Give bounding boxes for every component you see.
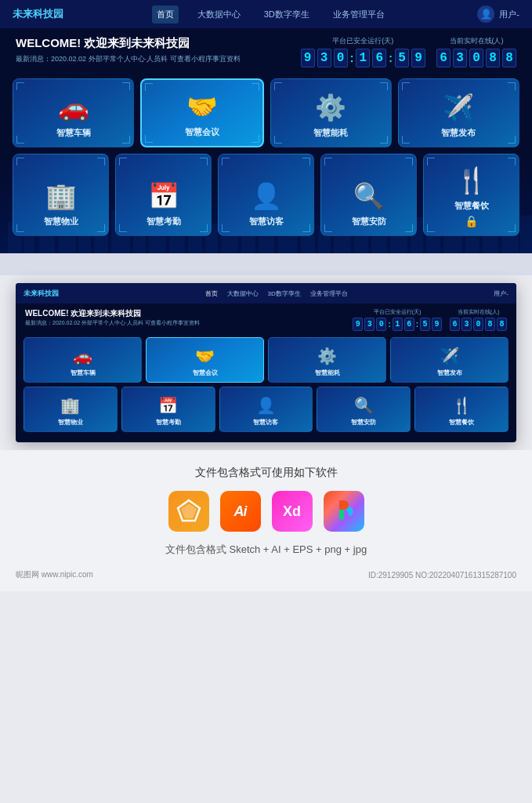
property-label: 智慧物业 bbox=[44, 216, 78, 227]
welcome-left: WELCOME! 欢迎来到未来科技园 最新消息：2020.02.02 外部平常个… bbox=[16, 36, 241, 64]
nav-business[interactable]: 业务管理平台 bbox=[328, 5, 389, 24]
software-icons: Ai Xd bbox=[16, 491, 516, 532]
card-energy[interactable]: ⚙️ 智慧能耗 bbox=[270, 78, 392, 147]
inner-attendance-icon: 📅 bbox=[158, 396, 178, 415]
dining-icon: 🍴 bbox=[456, 165, 487, 195]
digit-8b: 8 bbox=[502, 49, 516, 67]
info-title: 文件包含格式可使用如下软件 bbox=[16, 466, 516, 480]
user-label: 用户- bbox=[499, 9, 519, 20]
inner-card-energy[interactable]: ⚙️ 智慧能耗 bbox=[268, 337, 386, 383]
digit-1: 1 bbox=[356, 49, 370, 67]
inner-security-icon: 🔍 bbox=[354, 396, 374, 415]
digit-8: 8 bbox=[486, 49, 500, 67]
inner-links: 首页 大数据中心 3D数字孪生 业务管理平台 bbox=[205, 289, 348, 298]
lock-icon: 🔒 bbox=[465, 215, 478, 227]
inner-stat-online-digits: 6 3 0 8 8 bbox=[450, 318, 507, 331]
inner-meeting-label: 智慧会议 bbox=[193, 369, 218, 377]
inner-attendance-label: 智慧考勤 bbox=[156, 418, 181, 427]
inner-card-publish[interactable]: ✈️ 智慧发布 bbox=[390, 337, 508, 383]
inner-publish-label: 智慧发布 bbox=[437, 369, 462, 377]
info-section: 文件包含格式可使用如下软件 Ai Xd 文件包含格式 Sketch + AI +… bbox=[0, 450, 532, 591]
inner-card-attendance[interactable]: 📅 智慧考勤 bbox=[121, 387, 215, 432]
stat-days-label: 平台已安全运行(天) bbox=[301, 36, 425, 46]
inner-visitor-icon: 👤 bbox=[256, 396, 276, 415]
attendance-icon: 📅 bbox=[148, 181, 179, 211]
digit-0b: 0 bbox=[469, 49, 483, 67]
inner-sep1: : bbox=[388, 320, 390, 329]
inner-d-0b: 0 bbox=[473, 318, 483, 331]
stat-block-days: 平台已安全运行(天) 9 3 0 : 1 6 : 5 9 bbox=[301, 36, 425, 67]
navbar: 未来科技园 首页 大数据中心 3D数字孪生 业务管理平台 👤 用户- bbox=[0, 0, 532, 28]
card-attendance[interactable]: 📅 智慧考勤 bbox=[115, 154, 212, 236]
inner-visitor-label: 智慧访客 bbox=[253, 418, 278, 427]
inner-nav-3d[interactable]: 3D数字孪生 bbox=[268, 289, 301, 298]
xd-icon: Xd bbox=[272, 491, 313, 532]
grid-row-1: 🚗 智慧车辆 🤝 智慧会议 ⚙️ 智慧能耗 ✈️ 智慧发布 bbox=[13, 78, 519, 147]
dashboard-small-wrapper: 未来科技园 首页 大数据中心 3D数字孪生 业务管理平台 用户- WELCOME… bbox=[0, 275, 532, 450]
vehicle-label: 智慧车辆 bbox=[56, 127, 91, 139]
inner-grid-row-1: 🚗 智慧车辆 🤝 智慧会议 ⚙️ 智慧能耗 ✈️ 智慧发布 bbox=[24, 337, 508, 383]
digit-9: 9 bbox=[301, 49, 315, 67]
inner-stat-days: 平台已安全运行(天) 9 3 0 : 1 6 : 5 9 bbox=[353, 308, 442, 331]
stat-online-label: 当前实时在线(人) bbox=[436, 36, 516, 46]
inner-navbar: 未来科技园 首页 大数据中心 3D数字孪生 业务管理平台 用户- bbox=[16, 283, 516, 303]
card-security[interactable]: 🔍 智慧安防 bbox=[320, 154, 417, 236]
meeting-icon: 🤝 bbox=[186, 92, 218, 122]
inner-card-visitor[interactable]: 👤 智慧访客 bbox=[219, 387, 313, 432]
card-publish[interactable]: ✈️ 智慧发布 bbox=[398, 78, 519, 147]
inner-card-property[interactable]: 🏢 智慧物业 bbox=[24, 387, 118, 432]
figma-icon bbox=[324, 491, 364, 532]
card-meeting[interactable]: 🤝 智慧会议 bbox=[140, 78, 263, 147]
card-visitor[interactable]: 👤 智慧访客 bbox=[218, 154, 314, 236]
energy-label: 智慧能耗 bbox=[313, 127, 348, 139]
nav-home[interactable]: 首页 bbox=[152, 5, 179, 24]
welcome-title: WELCOME! 欢迎来到未来科技园 bbox=[16, 36, 241, 51]
ai-icon: Ai bbox=[220, 491, 261, 532]
stat-days-digits: 9 3 0 : 1 6 : 5 9 bbox=[301, 49, 425, 67]
inner-welcome-sub: 最新消息：2020.02.02 外部平常个人中心·人员科 可查看小程序事宜资料 bbox=[25, 319, 200, 327]
inner-card-meeting[interactable]: 🤝 智慧会议 bbox=[146, 337, 264, 383]
inner-d-5: 5 bbox=[420, 318, 430, 331]
nav-user[interactable]: 👤 用户- bbox=[477, 5, 519, 23]
digit-0: 0 bbox=[334, 49, 348, 67]
digit-3: 3 bbox=[317, 49, 331, 67]
separator bbox=[0, 253, 532, 275]
inner-d-6: 6 bbox=[450, 318, 460, 331]
inner-dining-icon: 🍴 bbox=[452, 396, 472, 415]
inner-d-9: 9 bbox=[353, 318, 363, 331]
inner-card-security[interactable]: 🔍 智慧安防 bbox=[317, 387, 411, 432]
inner-vehicle-icon: 🚗 bbox=[73, 347, 92, 365]
inner-property-label: 智慧物业 bbox=[58, 418, 83, 427]
info-formats: 文件包含格式 Sketch + AI + EPS + png + jpg bbox=[16, 543, 516, 557]
nav-bigdata[interactable]: 大数据中心 bbox=[193, 5, 245, 24]
inner-energy-icon: ⚙️ bbox=[317, 347, 337, 365]
inner-dining-label: 智慧餐饮 bbox=[449, 418, 474, 427]
inner-nav-home[interactable]: 首页 bbox=[205, 289, 218, 298]
inner-logo: 未来科技园 bbox=[24, 289, 59, 299]
attendance-label: 智慧考勤 bbox=[147, 216, 181, 227]
inner-sep2: : bbox=[416, 320, 418, 329]
inner-user: 用户- bbox=[494, 289, 508, 298]
card-vehicle[interactable]: 🚗 智慧车辆 bbox=[13, 78, 134, 147]
inner-welcome-title: WELCOME! 欢迎来到未来科技园 bbox=[25, 308, 200, 319]
nav-3d[interactable]: 3D数字孪生 bbox=[259, 5, 314, 24]
inner-stat-days-digits: 9 3 0 : 1 6 : 5 9 bbox=[353, 318, 442, 331]
sketch-icon bbox=[168, 491, 209, 532]
inner-nav-business[interactable]: 业务管理平台 bbox=[310, 289, 348, 298]
inner-stat-days-label: 平台已安全运行(天) bbox=[353, 308, 442, 316]
inner-d-8: 8 bbox=[485, 318, 495, 331]
inner-d-3: 3 bbox=[364, 318, 375, 331]
digit-sep1: : bbox=[350, 52, 354, 64]
dining-label: 智慧餐饮 bbox=[454, 200, 489, 212]
card-dining[interactable]: 🍴 智慧餐饮 🔒 bbox=[423, 154, 519, 236]
inner-card-dining[interactable]: 🍴 智慧餐饮 bbox=[414, 387, 508, 432]
inner-card-vehicle[interactable]: 🚗 智慧车辆 bbox=[24, 337, 142, 383]
user-avatar-icon: 👤 bbox=[477, 5, 494, 23]
digit-9b: 9 bbox=[411, 49, 425, 67]
inner-nav-bigdata[interactable]: 大数据中心 bbox=[227, 289, 259, 298]
card-property[interactable]: 🏢 智慧物业 bbox=[13, 154, 109, 236]
watermark-row: 昵图网 www.nipic.com ID:29129905 NO:2022040… bbox=[16, 565, 516, 580]
energy-icon: ⚙️ bbox=[315, 93, 346, 122]
digit-sep2: : bbox=[389, 52, 393, 64]
visitor-icon: 👤 bbox=[251, 181, 282, 211]
